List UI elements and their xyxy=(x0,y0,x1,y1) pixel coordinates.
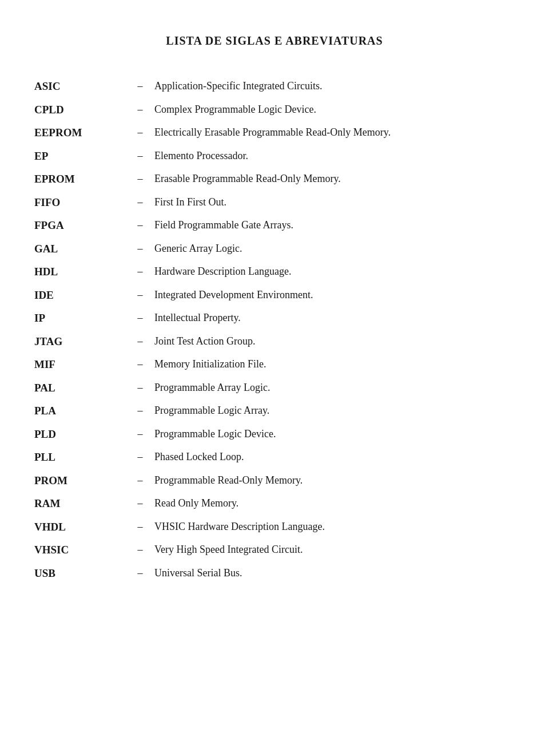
table-row: PAL–Programmable Array Logic. xyxy=(34,377,515,400)
dash-cell: – xyxy=(126,469,154,493)
acronym-cell: RAM xyxy=(34,492,126,516)
table-row: PROM–Programmable Read-Only Memory. xyxy=(34,469,515,493)
definition-cell: Phased Locked Loop. xyxy=(154,446,515,469)
acronym-cell: JTAG xyxy=(34,330,126,354)
dash-cell: – xyxy=(126,377,154,400)
acronym-cell: PLA xyxy=(34,399,126,423)
definition-cell: Read Only Memory. xyxy=(154,492,515,516)
acronym-cell: EEPROM xyxy=(34,121,126,145)
acronym-cell: IDE xyxy=(34,284,126,307)
dash-cell: – xyxy=(126,284,154,307)
table-row: EEPROM–Electrically Erasable Programmabl… xyxy=(34,121,515,145)
definition-cell: Intellectual Property. xyxy=(154,307,515,330)
table-row: IDE–Integrated Development Environment. xyxy=(34,284,515,307)
page-title: LISTA DE SIGLAS E ABREVIATURAS xyxy=(34,34,515,48)
table-row: PLA–Programmable Logic Array. xyxy=(34,399,515,423)
acronym-cell: EP xyxy=(34,145,126,168)
table-row: IP–Intellectual Property. xyxy=(34,307,515,330)
acronym-table: ASIC–Application-Specific Integrated Cir… xyxy=(34,75,515,585)
definition-cell: Programmable Logic Device. xyxy=(154,423,515,446)
definition-cell: Universal Serial Bus. xyxy=(154,562,515,585)
table-row: VHSIC–Very High Speed Integrated Circuit… xyxy=(34,539,515,562)
acronym-cell: EPROM xyxy=(34,168,126,191)
dash-cell: – xyxy=(126,423,154,446)
table-row: EP–Elemento Processador. xyxy=(34,145,515,168)
dash-cell: – xyxy=(126,191,154,215)
table-row: HDL–Hardware Description Language. xyxy=(34,260,515,284)
table-row: FPGA–Field Programmable Gate Arrays. xyxy=(34,214,515,238)
table-row: PLL–Phased Locked Loop. xyxy=(34,446,515,469)
dash-cell: – xyxy=(126,145,154,168)
definition-cell: Very High Speed Integrated Circuit. xyxy=(154,539,515,562)
definition-cell: Application-Specific Integrated Circuits… xyxy=(154,75,515,98)
table-row: CPLD–Complex Programmable Logic Device. xyxy=(34,98,515,122)
table-row: EPROM–Erasable Programmable Read-Only Me… xyxy=(34,168,515,191)
acronym-cell: PLL xyxy=(34,446,126,469)
dash-cell: – xyxy=(126,307,154,330)
dash-cell: – xyxy=(126,539,154,562)
acronym-cell: PLD xyxy=(34,423,126,446)
acronym-cell: PROM xyxy=(34,469,126,493)
definition-cell: First In First Out. xyxy=(154,191,515,215)
definition-cell: Field Programmable Gate Arrays. xyxy=(154,214,515,238)
table-row: VHDL–VHSIC Hardware Description Language… xyxy=(34,516,515,539)
definition-cell: Memory Initialization File. xyxy=(154,353,515,377)
table-row: ASIC–Application-Specific Integrated Cir… xyxy=(34,75,515,98)
definition-cell: Programmable Read-Only Memory. xyxy=(154,469,515,493)
table-row: FIFO–First In First Out. xyxy=(34,191,515,215)
acronym-cell: PAL xyxy=(34,377,126,400)
dash-cell: – xyxy=(126,353,154,377)
acronym-cell: MIF xyxy=(34,353,126,377)
table-row: GAL–Generic Array Logic. xyxy=(34,238,515,261)
definition-cell: Erasable Programmable Read-Only Memory. xyxy=(154,168,515,191)
dash-cell: – xyxy=(126,562,154,585)
dash-cell: – xyxy=(126,399,154,423)
definition-cell: Programmable Array Logic. xyxy=(154,377,515,400)
definition-cell: Elemento Processador. xyxy=(154,145,515,168)
definition-cell: Programmable Logic Array. xyxy=(154,399,515,423)
dash-cell: – xyxy=(126,121,154,145)
table-row: USB–Universal Serial Bus. xyxy=(34,562,515,585)
table-row: RAM–Read Only Memory. xyxy=(34,492,515,516)
dash-cell: – xyxy=(126,492,154,516)
definition-cell: VHSIC Hardware Description Language. xyxy=(154,516,515,539)
dash-cell: – xyxy=(126,260,154,284)
definition-cell: Joint Test Action Group. xyxy=(154,330,515,354)
acronym-cell: VHSIC xyxy=(34,539,126,562)
acronym-cell: IP xyxy=(34,307,126,330)
acronym-cell: USB xyxy=(34,562,126,585)
table-row: JTAG–Joint Test Action Group. xyxy=(34,330,515,354)
definition-cell: Generic Array Logic. xyxy=(154,238,515,261)
dash-cell: – xyxy=(126,168,154,191)
acronym-cell: VHDL xyxy=(34,516,126,539)
acronym-cell: GAL xyxy=(34,238,126,261)
dash-cell: – xyxy=(126,214,154,238)
definition-cell: Electrically Erasable Programmable Read-… xyxy=(154,121,515,145)
acronym-cell: ASIC xyxy=(34,75,126,98)
dash-cell: – xyxy=(126,238,154,261)
definition-cell: Hardware Description Language. xyxy=(154,260,515,284)
acronym-cell: HDL xyxy=(34,260,126,284)
acronym-cell: CPLD xyxy=(34,98,126,122)
table-row: MIF–Memory Initialization File. xyxy=(34,353,515,377)
table-row: PLD–Programmable Logic Device. xyxy=(34,423,515,446)
dash-cell: – xyxy=(126,446,154,469)
definition-cell: Integrated Development Environment. xyxy=(154,284,515,307)
dash-cell: – xyxy=(126,516,154,539)
definition-cell: Complex Programmable Logic Device. xyxy=(154,98,515,122)
acronym-cell: FPGA xyxy=(34,214,126,238)
dash-cell: – xyxy=(126,98,154,122)
dash-cell: – xyxy=(126,330,154,354)
dash-cell: – xyxy=(126,75,154,98)
acronym-cell: FIFO xyxy=(34,191,126,215)
